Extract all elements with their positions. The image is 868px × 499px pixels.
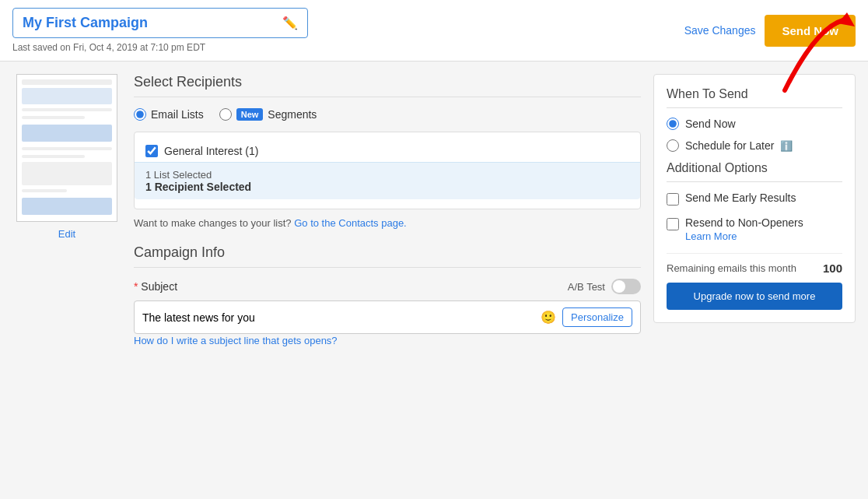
thumb-line-1 [22, 108, 112, 111]
preview-area: Edit [12, 74, 121, 240]
ab-test-row: A/B Test [568, 279, 641, 294]
thumb-img-block-2 [22, 198, 112, 215]
recipients-section: Select Recipients Email Lists New Segmen… [134, 74, 641, 229]
list-box: General Interest (1) 1 List Selected 1 R… [134, 132, 641, 209]
email-lists-radio[interactable] [134, 108, 146, 121]
additional-options-divider [667, 181, 842, 182]
campaign-title: My First Campaign [23, 15, 282, 31]
remaining-label: Remaining emails this month [667, 262, 796, 274]
subject-input[interactable] [142, 311, 534, 324]
email-lists-option[interactable]: Email Lists [134, 108, 204, 121]
send-now-option[interactable]: Send Now [667, 118, 842, 130]
when-to-send-divider [667, 107, 842, 108]
ab-test-label: A/B Test [568, 281, 605, 293]
last-saved-text: Last saved on Fri, Oct 4, 2019 at 7:10 p… [12, 42, 308, 53]
contacts-hint: Want to make changes to your list? Go to… [134, 217, 641, 229]
segments-label: Segments [268, 108, 317, 121]
selected-summary: 1 List Selected 1 Recipient Selected [135, 162, 640, 199]
recipients-radio-row: Email Lists New Segments [134, 108, 641, 121]
send-now-button[interactable]: Send Now [765, 15, 856, 47]
when-to-send-title: When To Send [667, 87, 842, 101]
send-early-results-label: Send Me Early Results [685, 192, 796, 204]
recipients-section-title: Select Recipients [134, 74, 641, 90]
edit-pencil-icon[interactable]: ✏️ [282, 16, 298, 30]
thumb-header [22, 79, 112, 85]
resend-non-openers-label: Resend to Non-Openers [685, 216, 803, 229]
remaining-row: Remaining emails this month 100 [667, 253, 842, 275]
lists-selected-text: 1 List Selected [145, 169, 629, 181]
segments-radio[interactable] [219, 108, 232, 121]
new-badge: New [236, 108, 264, 121]
campaign-info-section: Campaign Info * Subject A/B Test 🙂 Perso… [134, 244, 641, 346]
recipients-selected-text: 1 Recipient Selected [145, 181, 629, 193]
thumb-line-5 [22, 189, 67, 192]
schedule-later-label: Schedule for Later [685, 139, 774, 152]
schedule-later-option[interactable]: Schedule for Later ℹ️ [667, 139, 842, 152]
recipients-divider [134, 97, 641, 97]
form-area: Select Recipients Email Lists New Segmen… [134, 74, 641, 346]
resend-non-openers-checkbox[interactable] [667, 218, 679, 230]
send-now-radio[interactable] [667, 118, 679, 130]
thumb-banner [22, 88, 112, 104]
top-bar-actions: Save Changes Send Now [684, 15, 856, 47]
email-lists-label: Email Lists [151, 108, 204, 121]
edit-link[interactable]: Edit [58, 228, 75, 240]
general-interest-checkbox[interactable] [145, 145, 158, 157]
schedule-later-radio[interactable] [667, 139, 679, 152]
campaign-info-title: Campaign Info [134, 244, 641, 261]
subject-input-row: 🙂 Personalize [134, 300, 641, 334]
subject-label: * Subject [134, 280, 177, 293]
thumb-img-block [22, 125, 112, 142]
general-interest-label: General Interest (1) [164, 145, 258, 157]
send-early-results-checkbox[interactable] [667, 193, 679, 206]
thumb-text-block [22, 162, 112, 185]
send-now-radio-label: Send Now [685, 118, 736, 130]
schedule-info-icon[interactable]: ℹ️ [780, 140, 793, 152]
list-item: General Interest (1) [145, 140, 629, 162]
thumb-line-3 [22, 147, 112, 150]
top-bar: My First Campaign ✏️ Last saved on Fri, … [0, 0, 868, 61]
campaign-title-area: My First Campaign ✏️ Last saved on Fri, … [12, 8, 308, 53]
upgrade-button[interactable]: Upgrade now to send more [667, 283, 842, 310]
subject-row: * Subject A/B Test [134, 279, 641, 294]
required-star: * [134, 280, 138, 293]
additional-options-title: Additional Options [667, 161, 842, 175]
segments-option[interactable]: New Segments [219, 108, 317, 121]
resend-non-openers-option[interactable]: Resend to Non-Openers Learn More [667, 216, 842, 242]
contacts-page-link[interactable]: Go to the Contacts page. [294, 217, 407, 229]
personalize-button[interactable]: Personalize [562, 307, 632, 327]
main-content: Edit Select Recipients Email Lists New S… [0, 61, 868, 359]
subject-help-link[interactable]: How do I write a subject line that gets … [134, 335, 338, 346]
campaign-info-divider [134, 267, 641, 268]
emoji-icon[interactable]: 🙂 [541, 310, 556, 325]
thumb-line-4 [22, 155, 85, 158]
email-preview-thumbnail [16, 74, 117, 222]
send-early-results-option[interactable]: Send Me Early Results [667, 192, 842, 206]
right-panel: When To Send Send Now Schedule for Later… [653, 74, 856, 323]
save-changes-button[interactable]: Save Changes [684, 24, 756, 37]
campaign-title-box: My First Campaign ✏️ [12, 8, 308, 38]
ab-test-toggle[interactable] [611, 279, 641, 294]
learn-more-link[interactable]: Learn More [685, 230, 803, 242]
thumb-line-2 [22, 116, 85, 119]
remaining-count: 100 [823, 262, 842, 275]
